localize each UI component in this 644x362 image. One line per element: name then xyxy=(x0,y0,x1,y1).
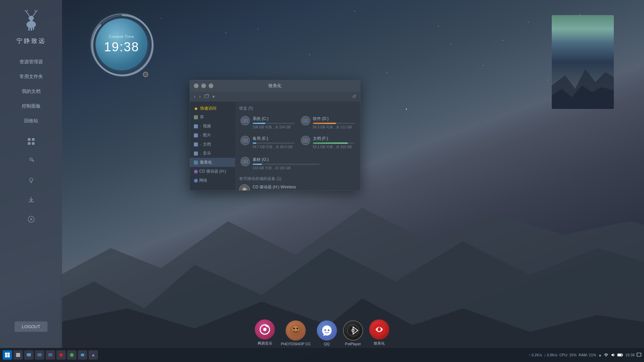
svg-rect-59 xyxy=(8,353,10,355)
sidebar-logo xyxy=(18,7,45,34)
dock-potplayer[interactable]: PotPlayer xyxy=(343,320,363,346)
fm-sidebar-zhimeihual[interactable]: 致美化 xyxy=(190,158,235,167)
fm-maximize-button[interactable]: ✎ xyxy=(201,83,206,88)
svg-rect-18 xyxy=(32,138,35,141)
fm-nav-folder[interactable] xyxy=(204,94,209,100)
sidebar-item-recycle-bin[interactable]: 回收站 xyxy=(0,114,62,128)
svg-rect-58 xyxy=(5,353,7,355)
svg-rect-62 xyxy=(16,353,20,357)
svg-marker-69 xyxy=(611,353,613,357)
drive-d-icon xyxy=(301,116,310,125)
sidebar-icon-play[interactable] xyxy=(24,213,38,226)
svg-rect-15 xyxy=(31,27,32,31)
drive-g[interactable]: 素材 (G:) 133 GB 可用，共 155 GB xyxy=(239,156,356,172)
svg-point-49 xyxy=(293,328,295,329)
svg-point-41 xyxy=(305,140,306,141)
svg-point-22 xyxy=(30,178,33,181)
fm-sidebar-pictures[interactable]: · 图片 xyxy=(190,131,235,140)
sidebar-icon-apps[interactable] xyxy=(24,135,38,148)
drive-f-name: 文档 (F:) xyxy=(313,136,355,141)
tray-time: 19:38 xyxy=(625,353,635,357)
taskbar-icon-5[interactable] xyxy=(56,350,66,360)
tray-battery-icon[interactable] xyxy=(617,353,623,357)
fm-quick-access-label: ★ 快速访问 xyxy=(190,104,235,113)
dock-zhimeihual[interactable]: 致美化 xyxy=(369,319,389,346)
sidebar: 宁静致远 资源管理器 常用文件夹 我的文档 控制面板 回收站 LOGOUT xyxy=(0,0,62,349)
fm-sidebar-cd-drive[interactable]: CD 驱动器 (H:) xyxy=(190,167,235,176)
svg-rect-64 xyxy=(38,353,42,356)
drive-c[interactable]: 系统 (C:) 108 GB 可用，共 154 GB xyxy=(239,115,296,131)
logout-button[interactable]: LOGOUT xyxy=(14,321,48,332)
taskbar-icon-4[interactable] xyxy=(46,350,55,360)
taskbar-icon-3[interactable] xyxy=(35,350,44,360)
drive-f[interactable]: 文档 (F:) 53.1 GB 可用，共 310 GB xyxy=(300,134,357,151)
fm-sidebar-videos[interactable]: · 视频 xyxy=(190,122,235,131)
qq-label: QQ xyxy=(324,342,330,346)
svg-rect-72 xyxy=(618,354,622,356)
drive-d[interactable]: 软件 (D:) 50.3 GB 可用，共 111 GB xyxy=(300,115,357,131)
sidebar-icon-tools[interactable] xyxy=(24,154,38,168)
netease-label: 网易音乐 xyxy=(258,341,272,346)
sidebar-item-control-panel[interactable]: 控制面板 xyxy=(0,99,62,113)
tray-network-up: ↑ 0.2K/s xyxy=(529,353,542,357)
dock-qq[interactable]: QQ xyxy=(317,320,337,346)
tray-wifi-icon[interactable] xyxy=(604,353,608,357)
dock-photoshop[interactable]: PHOTOSHOP CC xyxy=(281,320,311,346)
sidebar-icon-download[interactable] xyxy=(24,193,38,206)
fm-sidebar-library[interactable]: 库 xyxy=(190,113,235,122)
svg-rect-19 xyxy=(28,142,31,145)
tray-network-down: ↓ 0.8K/s xyxy=(544,353,557,357)
drive-f-icon xyxy=(301,136,310,145)
drive-c-stats: 108 GB 可用，共 154 GB xyxy=(253,125,295,130)
taskbar-windows-button[interactable] xyxy=(3,350,12,360)
fm-cd-icon xyxy=(239,184,250,190)
drive-d-name: 软件 (D:) xyxy=(313,116,355,122)
taskbar: ↑ 0.2K/s ↓ 0.8K/s CPU: 15% RAM: 21% ▲ 19… xyxy=(0,348,644,362)
svg-line-10 xyxy=(33,12,36,16)
fm-close-button[interactable]: ✕ xyxy=(209,83,213,88)
svg-rect-73 xyxy=(637,353,641,356)
clock-outer-ring: Current Time 19:38 xyxy=(91,13,153,75)
fm-nav-back[interactable]: ‹ xyxy=(194,94,196,100)
svg-point-66 xyxy=(59,353,63,357)
tray-cpu: CPU: 15% xyxy=(559,353,577,357)
svg-rect-17 xyxy=(28,138,31,141)
svg-point-50 xyxy=(297,328,299,329)
sidebar-item-common-folders[interactable]: 常用文件夹 xyxy=(0,70,62,84)
fm-sidebar-music[interactable]: · 音乐 xyxy=(190,149,235,158)
fm-cd-item[interactable]: CD 驱动器 (H:) Wireless 0 字节 可用，共 6.91 MB C… xyxy=(239,184,356,190)
fm-sidebar-network[interactable]: 网络 xyxy=(190,176,235,185)
fm-sidebar-documents[interactable]: · 文档 xyxy=(190,140,235,149)
taskbar-icon-2[interactable] xyxy=(24,350,34,360)
drive-d-stats: 50.3 GB 可用，共 111 GB xyxy=(313,125,355,130)
fm-nav-dropdown[interactable]: ▾ xyxy=(212,94,215,99)
tray-arrow-icon[interactable]: ▲ xyxy=(598,353,602,357)
taskbar-left xyxy=(0,350,101,360)
tray-desktop-icon[interactable] xyxy=(637,353,641,357)
sidebar-item-my-docs[interactable]: 我的文档 xyxy=(0,84,62,99)
taskbar-icon-6[interactable] xyxy=(67,350,76,360)
fm-removable-title: 有可移动存储的设备 (1) xyxy=(239,176,356,182)
drive-c-name: 系统 (C:) xyxy=(253,116,295,122)
taskbar-icon-7[interactable] xyxy=(78,350,87,360)
sidebar-item-file-explorer[interactable]: 资源管理器 xyxy=(0,55,62,69)
sidebar-icon-bulb[interactable] xyxy=(24,174,38,187)
fm-nav-refresh[interactable]: ↺ xyxy=(352,94,356,99)
svg-line-9 xyxy=(26,10,28,12)
zhimeihual-icon xyxy=(369,319,389,340)
taskbar-icon-1[interactable] xyxy=(13,350,23,360)
drive-e[interactable]: 备用 (E:) 54.7 GB 可用，共 60.0 GB xyxy=(239,134,296,151)
tray-volume-icon[interactable] xyxy=(610,353,615,357)
photoshop-icon xyxy=(286,320,306,341)
svg-rect-16 xyxy=(33,27,34,30)
svg-rect-20 xyxy=(32,142,35,145)
drive-f-info: 文档 (F:) 53.1 GB 可用，共 310 GB xyxy=(313,136,355,149)
svg-point-21 xyxy=(31,159,32,160)
taskbar-icon-8[interactable] xyxy=(89,350,98,360)
fm-minimize-button[interactable]: ─ xyxy=(194,83,199,88)
fm-nav-forward[interactable]: › xyxy=(199,94,201,100)
tray-ram: RAM: 21% xyxy=(579,353,596,357)
svg-point-52 xyxy=(328,329,329,331)
dock-netease-music[interactable]: 网易音乐 xyxy=(255,319,275,346)
drive-e-stats: 54.7 GB 可用，共 60.0 GB xyxy=(253,145,295,149)
